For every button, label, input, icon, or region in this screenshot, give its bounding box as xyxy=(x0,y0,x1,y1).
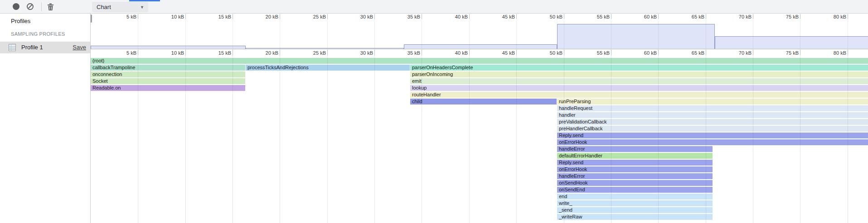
ruler-tick-label: 40 kB xyxy=(442,50,468,56)
flame-bar[interactable]: onSendHook xyxy=(557,180,713,186)
flame-bar[interactable]: write_ xyxy=(557,200,713,206)
ruler-tickmark xyxy=(422,50,422,55)
chart-pane: (root)callbackTrampolineprocessTicksAndR… xyxy=(91,14,868,223)
flame-bar[interactable]: handleRequest xyxy=(557,105,868,111)
ruler-tick-label: 50 kB xyxy=(537,14,563,19)
gridline xyxy=(564,19,564,49)
flame-bar[interactable]: handleError xyxy=(557,173,713,179)
ruler-tick-label: 25 kB xyxy=(300,50,326,56)
sampling-profiles-section-label: SAMPLING PROFILES xyxy=(11,31,65,37)
ruler-tickmark xyxy=(848,50,848,55)
ruler-tickmark xyxy=(469,14,470,19)
ruler-tickmark xyxy=(138,14,138,19)
overview-left-grip[interactable] xyxy=(91,14,92,23)
ruler-tick-label: 20 kB xyxy=(252,50,278,56)
overview-step xyxy=(715,36,868,49)
ruler-tick-label: 10 kB xyxy=(158,14,184,19)
ruler-tick-label: 60 kB xyxy=(631,14,657,19)
flame-bar[interactable]: runPreParsing xyxy=(557,99,868,104)
ruler-tickmark xyxy=(658,14,659,19)
chevron-down-icon: ▼ xyxy=(140,2,144,13)
ruler-tick-label: 15 kB xyxy=(205,50,231,56)
overview-step xyxy=(404,44,557,49)
gridline xyxy=(469,19,470,49)
overview-baseline xyxy=(91,49,868,49)
flame-bar[interactable]: preValidationCallback xyxy=(557,119,868,125)
ruler-tickmark xyxy=(374,50,375,55)
flame-bar[interactable]: Readable.on xyxy=(91,85,245,91)
ruler-tickmark xyxy=(469,50,470,55)
ruler-tickmark xyxy=(516,14,517,19)
flame-bar[interactable]: Socket xyxy=(91,78,245,84)
flame-bar[interactable]: child xyxy=(410,99,557,104)
clear-all-icon[interactable] xyxy=(27,3,34,10)
flame-bar[interactable]: onErrorHook xyxy=(557,166,713,172)
flame-bar[interactable]: Reply.send xyxy=(557,133,868,138)
ruler-tickmark xyxy=(374,14,375,19)
flame-bar[interactable]: callbackTrampoline xyxy=(91,65,245,71)
flame-bar[interactable]: end xyxy=(557,194,713,199)
flame-bar[interactable]: routeHandler xyxy=(410,92,868,98)
gridline xyxy=(848,19,848,49)
chart-view-select-value: Chart xyxy=(97,4,111,10)
gridline xyxy=(138,19,138,49)
trash-icon xyxy=(47,3,54,11)
flame-bar[interactable]: handleError xyxy=(557,146,713,152)
flame-bar[interactable]: onErrorHook xyxy=(557,139,868,145)
ruler-tick-label: 55 kB xyxy=(584,14,610,19)
overview-step xyxy=(91,46,246,49)
ruler-tickmark xyxy=(327,14,328,19)
gridline xyxy=(422,19,422,49)
ruler-tick-label: 40 kB xyxy=(442,14,468,19)
ruler-tick-label: 15 kB xyxy=(205,14,231,19)
overview-step xyxy=(557,24,715,49)
ruler-tick-label: 80 kB xyxy=(820,14,846,19)
gridline xyxy=(233,19,233,49)
ruler-tick-label: 30 kB xyxy=(347,50,373,56)
gridline xyxy=(516,19,517,49)
gridline xyxy=(374,19,375,49)
flame-bar[interactable]: parserOnIncoming xyxy=(410,71,868,77)
ruler-tick-label: 70 kB xyxy=(726,14,752,19)
flame-bar[interactable]: processTicksAndRejections xyxy=(246,65,410,71)
flame-bar[interactable]: onconnection xyxy=(91,71,245,77)
ruler-tickmark xyxy=(848,14,848,19)
ruler-tick-label: 45 kB xyxy=(489,50,515,56)
ruler-tickmark xyxy=(800,14,800,19)
ruler-tick-label: 80 kB xyxy=(820,50,846,56)
flame-chart[interactable]: (root)callbackTrampolineprocessTicksAndR… xyxy=(91,55,868,223)
ruler-tickmark xyxy=(611,50,611,55)
ruler-tick-label: 70 kB xyxy=(726,50,752,56)
delete-profile-button[interactable] xyxy=(47,3,54,11)
flame-bar[interactable]: parserOnHeadersComplete xyxy=(410,65,868,71)
ruler-tick-label: 5 kB xyxy=(111,14,136,19)
chart-view-select[interactable]: Chart ▼ xyxy=(92,2,148,12)
flame-bar[interactable]: _writeRaw xyxy=(557,214,713,220)
flame-bar[interactable]: (root) xyxy=(91,58,868,64)
sidebar: Profiles SAMPLING PROFILES Profile 1 Sav… xyxy=(0,14,91,223)
ruler-tickmark xyxy=(185,14,186,19)
ruler-tickmark xyxy=(516,50,517,55)
toolbar-separator xyxy=(41,2,42,11)
gridline xyxy=(185,19,186,49)
ruler-tickmark xyxy=(800,50,800,55)
flame-bar[interactable]: preHandlerCallback xyxy=(557,126,868,132)
flame-bar[interactable]: onSendEnd xyxy=(557,187,713,193)
flame-bar[interactable]: Reply.send xyxy=(557,160,713,166)
active-tab-indicator xyxy=(129,0,160,1)
ruler-tickmark xyxy=(753,50,753,55)
flame-bar[interactable]: emit xyxy=(410,78,868,84)
ruler-tickmark xyxy=(422,14,422,19)
ruler-tickmark xyxy=(138,50,138,55)
overview-pane[interactable] xyxy=(91,19,868,49)
flame-bar[interactable]: handler xyxy=(557,112,868,118)
record-icon[interactable] xyxy=(13,3,19,10)
profiles-heading: Profiles xyxy=(11,18,30,24)
flame-bar[interactable]: defaultErrorHandler xyxy=(557,153,713,159)
flame-bar[interactable]: lookup xyxy=(410,85,868,91)
save-link[interactable]: Save xyxy=(73,42,86,53)
ruler-tick-label: 75 kB xyxy=(773,14,799,19)
ruler-tick-label: 25 kB xyxy=(300,14,326,19)
sidebar-item-profile-1[interactable]: Profile 1 Save xyxy=(0,42,90,53)
flame-bar[interactable]: _send xyxy=(557,207,713,213)
